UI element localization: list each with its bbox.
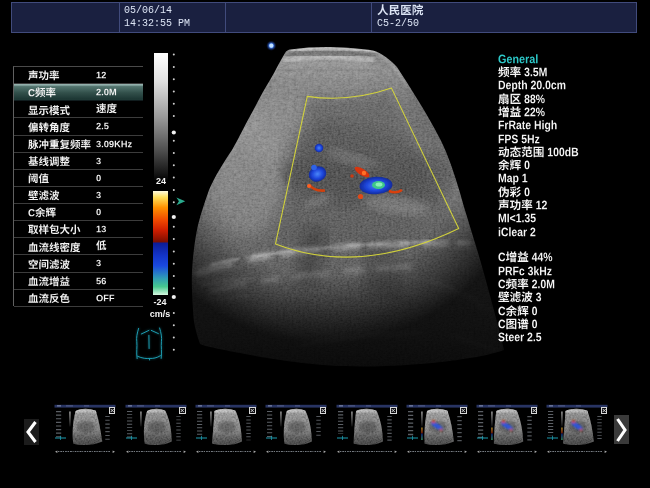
b-param-line: [498, 118, 648, 131]
b-param-line: [498, 198, 648, 211]
color-doppler-bar: [153, 191, 169, 295]
thumbnail-image: [406, 404, 468, 456]
close-icon: [180, 408, 185, 413]
thumbnail-image: [125, 404, 187, 456]
thumbnail-1-close-button[interactable]: [109, 407, 116, 414]
thumbnail-7[interactable]: [476, 404, 538, 456]
b-param-line: [498, 132, 648, 145]
thumbnail-image: [336, 404, 398, 456]
chevron-right-icon: [616, 418, 627, 442]
thumbnail-4-close-button[interactable]: [320, 407, 327, 414]
right-parameter-panel: [498, 52, 648, 344]
thumbnail-7-close-button[interactable]: [531, 407, 538, 414]
c-param-line: [498, 291, 648, 304]
c-param-line: [498, 277, 648, 290]
b-param-line: [498, 172, 648, 185]
thumbnail-image: [265, 404, 327, 456]
b-param-line: [498, 225, 648, 238]
param-group-gap: [498, 238, 648, 251]
b-param-line: [498, 105, 648, 118]
c-param-line: [498, 330, 648, 343]
b-param-line: [498, 185, 648, 198]
b-param-line: [498, 158, 648, 171]
ultrasound-image-area[interactable]: [168, 33, 518, 398]
thumbnail-1[interactable]: [54, 404, 116, 456]
body-marker-icon: [135, 325, 165, 361]
thumbnail-3[interactable]: [195, 404, 257, 456]
b-param-line: [498, 79, 648, 92]
chevron-left-icon: [26, 421, 37, 443]
b-param-line: [498, 212, 648, 225]
thumbnail-image: [54, 404, 116, 456]
thumbnail-3-close-button[interactable]: [249, 407, 256, 414]
thumbnail-8-close-button[interactable]: [601, 407, 608, 414]
thumbnail-5-close-button[interactable]: [390, 407, 397, 414]
thumbnail-4[interactable]: [265, 404, 327, 456]
b-param-line: [498, 145, 648, 158]
thumbnail-image: [195, 404, 257, 456]
velocity-max-label: 24: [153, 176, 169, 186]
b-param-line: [498, 65, 648, 78]
b-param-line: [498, 92, 648, 105]
thumbnail-2-close-button[interactable]: [179, 407, 186, 414]
filmstrip-scroll-right-button[interactable]: [614, 415, 629, 444]
c-param-line: [498, 251, 648, 264]
close-icon: [250, 408, 255, 413]
preset-title: [498, 52, 648, 65]
ultrasound-machine-screen: 05/06/14 14:32:55 PM C5-2/50 24 -24 cm/s: [0, 0, 650, 488]
close-icon: [391, 408, 396, 413]
c-param-line: [498, 317, 648, 330]
close-icon: [532, 408, 537, 413]
close-icon: [461, 408, 466, 413]
c-param-line: [498, 304, 648, 317]
thumbnail-8[interactable]: [546, 404, 608, 456]
close-icon: [321, 408, 326, 413]
thumbnail-5[interactable]: [336, 404, 398, 456]
close-icon: [110, 408, 115, 413]
filmstrip-scroll-left-button[interactable]: [24, 419, 39, 445]
c-param-line: [498, 264, 648, 277]
thumbnail-image: [546, 404, 608, 456]
thumbnail-2[interactable]: [125, 404, 187, 456]
thumbnail-6[interactable]: [406, 404, 468, 456]
thumbnail-6-close-button[interactable]: [460, 407, 467, 414]
close-icon: [602, 408, 607, 413]
thumbnail-image: [476, 404, 538, 456]
